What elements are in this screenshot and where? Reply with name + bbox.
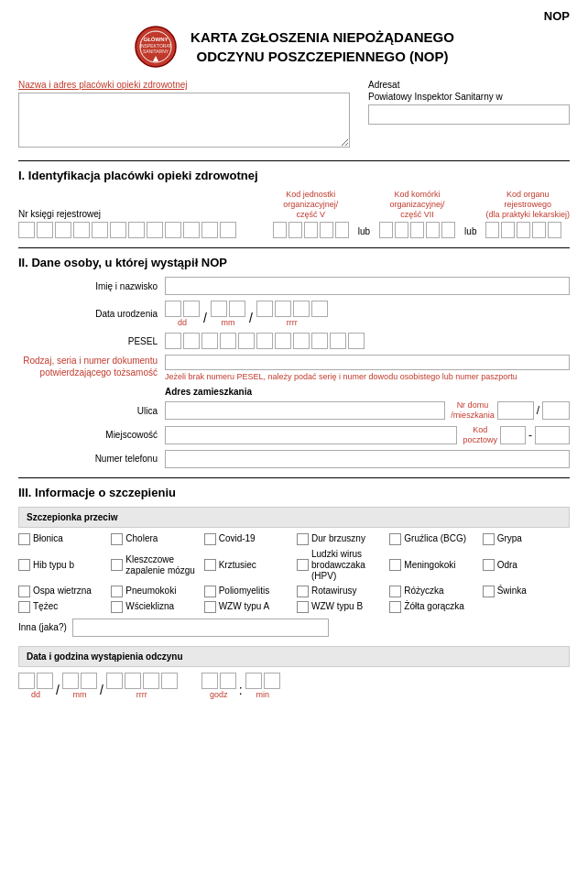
- checkbox-wzwb[interactable]: [297, 601, 309, 613]
- reg-cell-6[interactable]: [110, 222, 126, 238]
- checkbox-polio[interactable]: [204, 586, 216, 597]
- reg-cell-5[interactable]: [92, 222, 108, 238]
- house-input[interactable]: [497, 401, 534, 420]
- pesel-7[interactable]: [275, 333, 291, 349]
- code2-cell-4[interactable]: [426, 222, 440, 238]
- reg-cell-11[interactable]: [201, 222, 218, 238]
- dob-yr-2[interactable]: [275, 301, 291, 317]
- checkbox-zolta[interactable]: [389, 601, 401, 613]
- checkbox-meningokoki[interactable]: [389, 559, 401, 571]
- code3-cell-5[interactable]: [548, 222, 561, 238]
- name-input[interactable]: [165, 277, 570, 295]
- pesel-6[interactable]: [256, 333, 273, 349]
- dt-min-2[interactable]: [264, 673, 280, 689]
- dt-mm-1[interactable]: [62, 673, 79, 689]
- code1-cell-3[interactable]: [304, 222, 318, 238]
- reg-cell-12[interactable]: [220, 222, 236, 238]
- checkbox-gruzlica[interactable]: [389, 533, 401, 545]
- dt-yr-1[interactable]: [106, 673, 123, 689]
- dt-godz-2[interactable]: [220, 673, 236, 689]
- dob-yr-4[interactable]: [311, 301, 328, 317]
- addressee-input[interactable]: [368, 104, 570, 125]
- checkbox-ospa[interactable]: [18, 586, 30, 597]
- dob-yr-1[interactable]: [256, 301, 273, 317]
- checkbox-pneumokoki[interactable]: [111, 586, 123, 597]
- pesel-11[interactable]: [348, 333, 365, 349]
- dob-mm-2[interactable]: [229, 301, 245, 317]
- checkbox-wsciek[interactable]: [111, 601, 123, 613]
- checkbox-grypa[interactable]: [483, 533, 495, 545]
- checkbox-covid[interactable]: [204, 533, 216, 545]
- dt-godz-1[interactable]: [201, 673, 218, 689]
- dob-dd-2[interactable]: [183, 301, 200, 317]
- dt-min-1[interactable]: [245, 673, 262, 689]
- dob-dd-1[interactable]: [165, 301, 181, 317]
- pesel-10[interactable]: [330, 333, 346, 349]
- dt-dd-1[interactable]: [18, 673, 35, 689]
- code2-cell-1[interactable]: [379, 222, 393, 238]
- postal-part1-input[interactable]: [500, 426, 526, 444]
- checkbox-rota[interactable]: [297, 586, 309, 597]
- reg-cell-8[interactable]: [147, 222, 163, 238]
- dt-yr-3[interactable]: [143, 673, 159, 689]
- city-input[interactable]: [165, 426, 457, 444]
- pesel-3[interactable]: [201, 333, 218, 349]
- pesel-5[interactable]: [238, 333, 255, 349]
- reg-cell-3[interactable]: [55, 222, 71, 238]
- dt-godz-label: godz: [210, 690, 228, 699]
- pesel-9[interactable]: [311, 333, 328, 349]
- code1-cell-5[interactable]: [335, 222, 349, 238]
- code1-cell-2[interactable]: [289, 222, 302, 238]
- dt-dd-2[interactable]: [37, 673, 53, 689]
- checkbox-krztusiec[interactable]: [204, 559, 216, 571]
- inna-input[interactable]: [72, 619, 329, 637]
- postal-part2-input[interactable]: [535, 426, 570, 444]
- street-input[interactable]: [165, 401, 445, 420]
- checkbox-tezec[interactable]: [18, 601, 30, 613]
- dt-yr-4[interactable]: [161, 673, 178, 689]
- reg-cell-2[interactable]: [37, 222, 53, 238]
- code1-cell-1[interactable]: [273, 222, 287, 238]
- dt-yr-2[interactable]: [125, 673, 141, 689]
- code3-cell-3[interactable]: [517, 222, 530, 238]
- code2-cell-2[interactable]: [395, 222, 408, 238]
- checkbox-hib[interactable]: [18, 559, 30, 571]
- dob-yr-3[interactable]: [293, 301, 310, 317]
- doc-input[interactable]: [165, 355, 570, 370]
- label-odra: Odra: [497, 560, 517, 571]
- dt-mm-2[interactable]: [81, 673, 97, 689]
- checkbox-ludzki[interactable]: [297, 559, 309, 571]
- checkbox-wzwa[interactable]: [204, 601, 216, 613]
- phone-input[interactable]: [165, 450, 570, 468]
- checkbox-odra[interactable]: [483, 559, 495, 571]
- dob-group: dd / mm / rrrr: [165, 301, 328, 327]
- reg-cell-7[interactable]: [128, 222, 145, 238]
- pesel-4[interactable]: [220, 333, 236, 349]
- pesel-1[interactable]: [165, 333, 181, 349]
- dt-colon: :: [239, 683, 243, 699]
- facility-textarea[interactable]: [18, 93, 350, 148]
- checkbox-dur[interactable]: [297, 533, 309, 545]
- section-i-grid: Nr księgi rejestrowej Kod jednostkiorgan…: [18, 190, 570, 238]
- dob-mm-1[interactable]: [211, 301, 227, 317]
- pesel-8[interactable]: [293, 333, 310, 349]
- checkbox-blonica[interactable]: [18, 533, 30, 545]
- reg-cell-10[interactable]: [183, 222, 200, 238]
- checkbox-swinka[interactable]: [483, 586, 495, 597]
- dob-slash-1: /: [203, 311, 207, 327]
- code3-cell-1[interactable]: [485, 222, 499, 238]
- code2-cell-5[interactable]: [441, 222, 455, 238]
- checkbox-rozyczka[interactable]: [389, 586, 401, 597]
- checkbox-cholera[interactable]: [111, 533, 123, 545]
- code2-cell-3[interactable]: [410, 222, 424, 238]
- reg-cell-1[interactable]: [18, 222, 35, 238]
- pesel-2[interactable]: [183, 333, 200, 349]
- checkbox-kleszczowe[interactable]: [111, 559, 123, 571]
- code3-cell-2[interactable]: [501, 222, 515, 238]
- code3-cell-4[interactable]: [532, 222, 546, 238]
- reg-cell-4[interactable]: [73, 222, 90, 238]
- label-cholera: Cholera: [125, 533, 158, 544]
- code1-cell-4[interactable]: [320, 222, 333, 238]
- reg-cell-9[interactable]: [165, 222, 181, 238]
- apartment-input[interactable]: [542, 401, 570, 420]
